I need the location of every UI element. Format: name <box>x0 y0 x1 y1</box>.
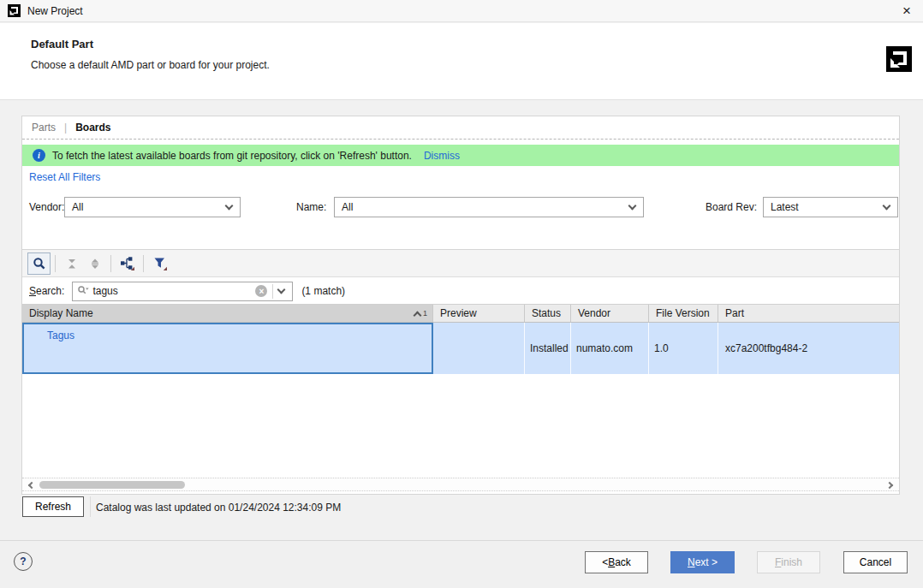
chevron-down-icon[interactable] <box>277 285 286 294</box>
column-header-display-name[interactable]: Display Name 1 <box>22 305 433 322</box>
table-row[interactable]: Tagus Installed numato.com 1.0 xc7a200tf… <box>22 323 899 374</box>
group-by-button[interactable] <box>116 252 139 275</box>
window-title: New Project <box>27 5 83 17</box>
board-rev-label: Board Rev: <box>706 201 757 213</box>
expand-all-button[interactable] <box>83 252 106 275</box>
amd-logo-icon <box>886 46 912 72</box>
search-icon <box>77 285 89 297</box>
part-chooser-panel: Parts | Boards i To fetch the latest ava… <box>21 116 900 495</box>
cell-vendor: numato.com <box>571 323 649 374</box>
finish-button[interactable]: Finish <box>757 551 820 573</box>
page-subtitle: Choose a default AMD part or board for y… <box>31 59 270 71</box>
wizard-header: Default Part Choose a default AMD part o… <box>0 23 923 100</box>
table-header-row: Display Name 1 Preview Status Vendor Fil… <box>22 304 899 323</box>
collapse-all-icon <box>65 257 79 270</box>
catalog-updated-text: Catalog was last updated on 01/24/2024 1… <box>96 502 341 514</box>
search-box-divider <box>272 284 273 299</box>
refresh-button[interactable]: Refresh <box>22 496 84 517</box>
footer-divider <box>90 496 91 517</box>
column-header-status[interactable]: Status <box>525 305 571 322</box>
column-header-part[interactable]: Part <box>718 305 899 322</box>
help-icon[interactable]: ? <box>14 552 33 571</box>
cell-display-name[interactable]: Tagus <box>22 323 433 374</box>
board-list-box: Search: tagus × (1 match) Display Nam <box>22 249 899 494</box>
search-row: Search: tagus × (1 match) <box>22 278 899 304</box>
column-header-vendor[interactable]: Vendor <box>571 305 649 322</box>
search-toggle-button[interactable] <box>27 252 51 275</box>
name-value: All <box>342 201 353 213</box>
amd-logo-icon <box>8 4 21 17</box>
vendor-select[interactable]: All <box>64 197 241 217</box>
collapse-all-button[interactable] <box>60 252 83 275</box>
info-icon: i <box>33 149 45 162</box>
expand-all-icon <box>88 257 102 270</box>
close-icon[interactable]: × <box>897 2 916 21</box>
tab-parts[interactable]: Parts <box>32 122 56 134</box>
column-header-preview[interactable]: Preview <box>433 305 525 322</box>
chevron-down-icon <box>883 201 891 210</box>
sort-indicator: 1 <box>414 309 427 318</box>
scroll-left-icon[interactable] <box>28 482 35 489</box>
search-input[interactable]: tagus × <box>72 282 293 301</box>
clear-search-icon[interactable]: × <box>255 285 267 297</box>
cell-file-version: 1.0 <box>649 323 718 374</box>
page-title: Default Part <box>31 38 93 50</box>
search-value: tagus <box>92 285 255 297</box>
toolbar-divider <box>110 255 111 272</box>
filter-button[interactable] <box>148 252 171 275</box>
name-select[interactable]: All <box>334 197 644 217</box>
group-by-icon <box>120 256 134 270</box>
cell-status: Installed <box>525 323 571 374</box>
board-rev-select[interactable]: Latest <box>763 197 898 217</box>
chevron-down-icon <box>225 201 234 210</box>
dismiss-link[interactable]: Dismiss <box>424 150 460 162</box>
cell-part: xc7a200tfbg484-2 <box>718 323 899 374</box>
list-toolbar <box>22 250 899 277</box>
next-button[interactable]: Next > <box>670 551 735 573</box>
name-label: Name: <box>296 201 326 213</box>
back-button[interactable]: < Back <box>585 551 648 573</box>
banner-message: To fetch the latest available boards fro… <box>52 150 412 162</box>
sort-ascending-icon <box>414 311 422 319</box>
new-project-dialog: New Project × Default Part Choose a defa… <box>0 0 923 588</box>
cell-preview <box>433 323 525 374</box>
info-banner: i To fetch the latest available boards f… <box>22 145 899 166</box>
tab-boards[interactable]: Boards <box>75 122 110 134</box>
title-bar: New Project × <box>0 0 923 22</box>
cancel-button[interactable]: Cancel <box>843 551 908 573</box>
column-header-file-version[interactable]: File Version <box>649 305 718 322</box>
chevron-down-icon <box>628 201 637 210</box>
filter-icon <box>152 256 167 270</box>
search-label: Search: <box>29 285 64 297</box>
toolbar-divider <box>143 255 144 272</box>
action-bar: ? < Back Next > Finish Cancel <box>0 540 923 588</box>
search-icon <box>33 257 46 270</box>
toolbar-divider <box>55 255 56 272</box>
tab-divider: | <box>64 122 67 134</box>
reset-all-filters-link[interactable]: Reset All Filters <box>29 171 100 183</box>
scroll-right-icon[interactable] <box>886 482 893 489</box>
board-rev-value: Latest <box>771 201 799 213</box>
horizontal-scrollbar[interactable] <box>22 478 899 491</box>
tab-bar: Parts | Boards <box>22 116 899 140</box>
scrollbar-thumb[interactable] <box>39 481 185 489</box>
vendor-label: Vendor: <box>29 201 64 213</box>
vendor-value: All <box>72 201 83 213</box>
match-count: (1 match) <box>301 285 345 297</box>
